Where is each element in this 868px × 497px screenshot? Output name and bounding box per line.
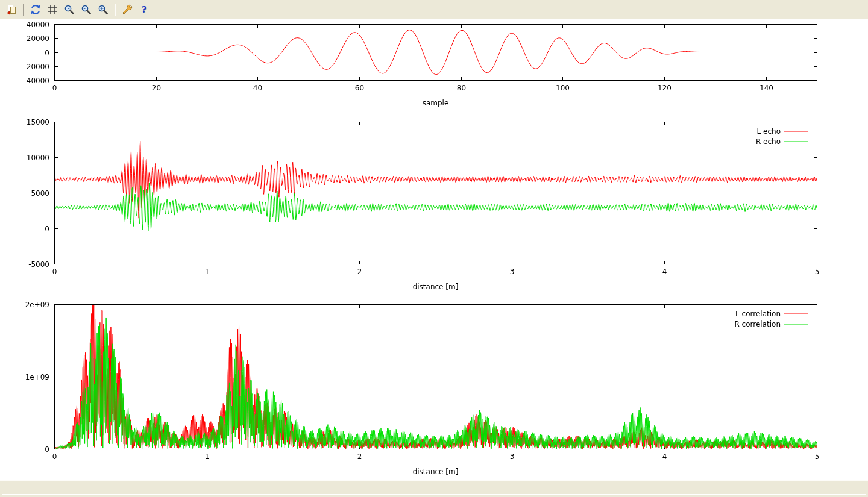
plot-area — [0, 19, 868, 480]
zoom-previous-icon — [64, 4, 75, 15]
zoom-next-button[interactable] — [78, 2, 94, 17]
status-text — [2, 483, 866, 495]
zoom-next-icon — [81, 4, 92, 15]
refresh-icon — [30, 4, 41, 15]
replot-button[interactable] — [28, 2, 43, 17]
toolbar-separator — [115, 4, 116, 16]
toggle-grid-button[interactable] — [45, 2, 60, 17]
toolbar-separator — [23, 4, 24, 16]
copy-icon — [6, 4, 17, 15]
plot-canvas[interactable] — [0, 19, 868, 480]
help-button[interactable]: ? — [136, 2, 152, 17]
gnuplot-window: ? — [0, 0, 868, 497]
configure-button[interactable] — [119, 2, 135, 17]
wrench-icon — [122, 4, 133, 15]
toolbar: ? — [0, 0, 868, 19]
zoom-previous-button[interactable] — [61, 2, 77, 17]
autoscale-magnifier-icon — [98, 4, 108, 15]
autoscale-button[interactable] — [95, 2, 111, 17]
grid-icon — [47, 4, 58, 15]
status-bar — [0, 480, 868, 497]
question-mark-icon: ? — [139, 4, 149, 15]
copy-to-clipboard-button[interactable] — [4, 2, 19, 17]
